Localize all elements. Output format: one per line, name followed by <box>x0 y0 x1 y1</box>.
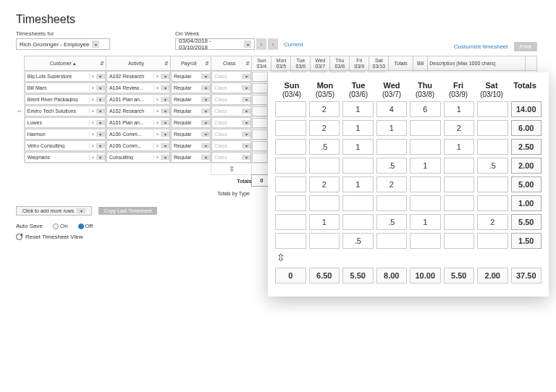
payroll-select[interactable]: Regular▾ <box>171 94 211 105</box>
hours-cell[interactable]: 1 <box>410 158 441 174</box>
class-select[interactable]: Class▾ <box>211 94 251 105</box>
clear-icon[interactable]: × <box>89 120 96 125</box>
week-next-button[interactable]: › <box>268 38 278 50</box>
hours-cell[interactable] <box>275 101 306 117</box>
hours-cell[interactable]: 6 <box>410 101 441 117</box>
customer-select[interactable]: Bill Mars×▾ <box>25 82 106 93</box>
hours-input[interactable] <box>252 106 268 116</box>
hours-cell[interactable] <box>444 214 475 230</box>
clear-icon[interactable]: × <box>89 74 96 79</box>
activity-select[interactable]: A106 Comm...×▾ <box>106 140 170 151</box>
class-select[interactable]: Class▾ <box>211 71 251 82</box>
clear-icon[interactable]: × <box>153 143 161 148</box>
hours-cell[interactable]: 1 <box>342 176 374 192</box>
hours-cell[interactable]: 2 <box>309 176 340 192</box>
drag-handle-icon[interactable] <box>16 152 24 163</box>
drag-handle-icon[interactable] <box>16 129 24 140</box>
hours-input[interactable] <box>252 83 268 93</box>
hours-cell[interactable]: 1 <box>342 101 374 117</box>
hours-cell[interactable]: 1 <box>309 214 340 230</box>
customer-select[interactable]: Enviro Tech Solutions×▾ <box>25 106 106 116</box>
hours-cell[interactable] <box>410 139 441 155</box>
hours-cell[interactable] <box>275 120 306 136</box>
hours-cell[interactable] <box>477 101 508 117</box>
hours-cell[interactable] <box>275 195 306 211</box>
activity-select[interactable]: A106 Comm...×▾ <box>106 129 170 140</box>
activity-select[interactable]: A104 Review...×▾ <box>106 82 170 93</box>
hours-input[interactable] <box>252 129 268 140</box>
clear-icon[interactable]: × <box>153 132 161 137</box>
customer-select[interactable]: Harmon×▾ <box>25 129 106 140</box>
payroll-select[interactable]: Regular▾ <box>171 140 211 151</box>
hours-cell[interactable] <box>410 120 441 136</box>
payroll-select[interactable]: Regular▾ <box>171 106 211 116</box>
hours-cell[interactable]: .5 <box>376 214 408 230</box>
class-select[interactable]: Class▾ <box>211 106 251 116</box>
hours-cell[interactable] <box>477 176 508 192</box>
hours-cell[interactable]: 2 <box>444 120 475 136</box>
hours-cell[interactable]: 1 <box>410 214 441 230</box>
hours-cell[interactable]: 2 <box>376 176 408 192</box>
hours-cell[interactable] <box>342 214 374 230</box>
hours-cell[interactable] <box>275 176 306 192</box>
add-rows-select[interactable]: Click to add more rows▾ <box>16 206 92 216</box>
hours-cell[interactable]: 2 <box>477 214 508 230</box>
clear-icon[interactable]: × <box>153 74 161 79</box>
activity-select[interactable]: A101 Plan an...×▾ <box>106 117 170 128</box>
customer-select[interactable]: Big Lots Superstore×▾ <box>25 71 106 82</box>
hours-cell[interactable] <box>444 233 475 249</box>
hours-cell[interactable] <box>410 195 441 211</box>
activity-select[interactable]: Consulting×▾ <box>106 152 170 163</box>
hours-cell[interactable] <box>342 158 374 174</box>
hours-cell[interactable]: 2 <box>309 120 340 136</box>
hours-cell[interactable] <box>444 158 475 174</box>
hours-input[interactable] <box>252 141 268 151</box>
hours-cell[interactable]: 4 <box>376 101 408 117</box>
hours-cell[interactable] <box>477 195 508 211</box>
hours-cell[interactable]: 2 <box>309 101 340 117</box>
hours-cell[interactable]: 1 <box>342 120 374 136</box>
clear-icon[interactable]: × <box>89 143 96 148</box>
drag-handle-icon[interactable] <box>16 140 24 152</box>
hours-cell[interactable]: 1 <box>444 101 475 117</box>
hours-cell[interactable] <box>309 233 340 249</box>
clear-icon[interactable]: × <box>89 155 96 160</box>
activity-select[interactable]: A102 Research×▾ <box>106 71 170 82</box>
hours-cell[interactable]: .5 <box>477 158 508 174</box>
split-icon[interactable]: ⇳ <box>277 252 542 263</box>
hours-cell[interactable] <box>309 158 340 174</box>
hours-cell[interactable]: .5 <box>342 233 374 249</box>
payroll-select[interactable]: Regular▾ <box>171 117 211 128</box>
hours-input[interactable] <box>252 72 268 82</box>
hours-cell[interactable] <box>275 214 306 230</box>
hours-input[interactable] <box>252 153 268 163</box>
class-select[interactable]: Class▾ <box>211 140 251 151</box>
customer-select[interactable]: Wegmans×▾ <box>25 152 106 163</box>
hours-cell[interactable]: 1 <box>376 120 408 136</box>
clear-icon[interactable]: × <box>153 108 161 114</box>
hours-input[interactable] <box>252 95 268 105</box>
hours-cell[interactable] <box>477 120 508 136</box>
hours-cell[interactable] <box>444 176 475 192</box>
hours-cell[interactable]: 1 <box>342 139 374 155</box>
hours-cell[interactable] <box>376 195 408 211</box>
hours-cell[interactable]: .5 <box>309 139 340 155</box>
drag-handle-icon[interactable] <box>16 82 24 94</box>
clear-icon[interactable]: × <box>89 132 96 137</box>
week-select[interactable]: 03/04/2018 - 03/10/2018 ▾ <box>175 38 255 50</box>
print-button[interactable]: Print <box>514 42 537 51</box>
customer-select[interactable]: Brent River Packaging×▾ <box>25 94 106 105</box>
customer-select[interactable]: Vetro Consulting×▾ <box>25 140 106 151</box>
hours-cell[interactable] <box>444 195 475 211</box>
class-select[interactable]: Class▾ <box>211 129 251 140</box>
hours-cell[interactable] <box>477 233 508 249</box>
copy-last-button[interactable]: Copy Last Timesheet <box>98 207 158 215</box>
clear-icon[interactable]: × <box>89 97 96 102</box>
class-select[interactable]: Class▾ <box>211 117 251 128</box>
timesheets-for-select[interactable]: Rich Groninger - Employee ▾ <box>16 38 110 50</box>
class-select[interactable]: Class▾ <box>211 82 251 93</box>
split-icon[interactable]: ⇳ <box>211 163 252 175</box>
autosave-on-radio[interactable]: On <box>53 223 68 229</box>
payroll-select[interactable]: Regular▾ <box>171 82 211 93</box>
hours-cell[interactable] <box>342 195 374 211</box>
